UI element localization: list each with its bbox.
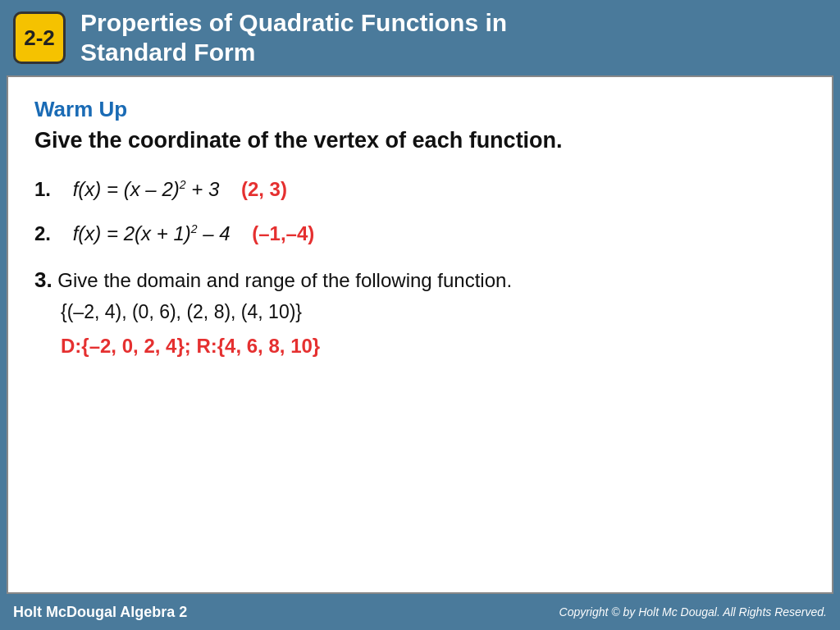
section-badge: 2-2 (13, 11, 66, 64)
subtitle: Give the coordinate of the vertex of eac… (34, 127, 806, 155)
problem-3: 3. Give the domain and range of the foll… (34, 263, 806, 363)
problem-1-number: 1. (34, 178, 51, 200)
footer-copyright: Copyright © by Holt Mc Dougal. All Right… (559, 605, 827, 619)
warm-up-label: Warm Up (34, 97, 806, 122)
footer: Holt McDougal Algebra 2 Copyright © by H… (0, 594, 840, 630)
problem-3-answer: D:{–2, 0, 2, 4}; R:{4, 6, 8, 10} (61, 331, 806, 362)
problem-2-answer: (–1,–4) (252, 222, 314, 244)
header-title-line1: Properties of Quadratic Functions in (80, 9, 507, 36)
problem-2: 2. f(x) = 2(x + 1)2 – 4 (–1,–4) (34, 219, 806, 249)
footer-publisher: Holt McDougal Algebra 2 (13, 604, 187, 621)
problem-3-header: 3. Give the domain and range of the foll… (34, 263, 806, 298)
problem-2-equation: f(x) = 2(x + 1)2 – 4 (73, 222, 236, 244)
problem-1-equation: f(x) = (x – 2)2 + 3 (73, 178, 225, 200)
header-title: Properties of Quadratic Functions in Sta… (80, 8, 507, 67)
problem-2-number: 2. (34, 222, 51, 244)
problem-1: 1. f(x) = (x – 2)2 + 3 (2, 3) (34, 175, 806, 204)
header-title-line2: Standard Form (80, 39, 255, 66)
main-content: Warm Up Give the coordinate of the verte… (7, 75, 833, 594)
problem-3-set: {(–2, 4), (0, 6), (2, 8), (4, 10)} (61, 297, 806, 327)
problem-3-text: Give the domain and range of the followi… (57, 269, 512, 291)
problem-1-answer: (2, 3) (241, 178, 287, 200)
problem-3-number: 3. (34, 267, 52, 292)
header: 2-2 Properties of Quadratic Functions in… (0, 0, 840, 75)
